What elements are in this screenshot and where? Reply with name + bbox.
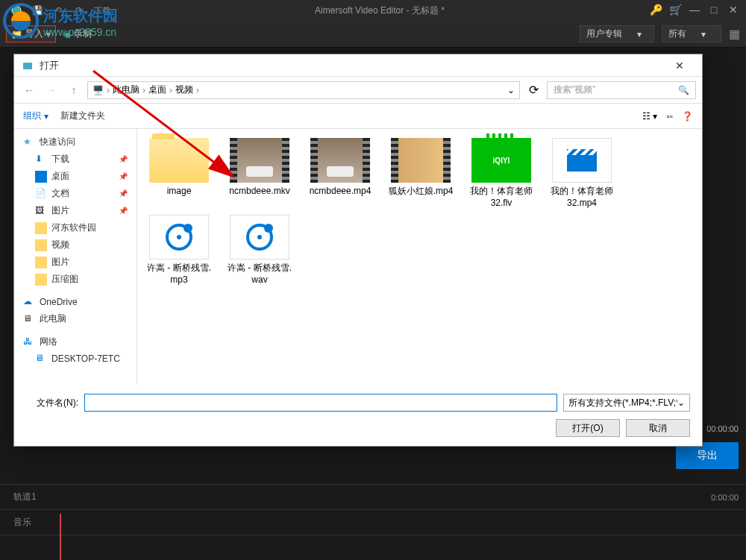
file-item-audio[interactable]: 许嵩 - 断桥残雪.wav [227,215,292,286]
folder-icon [35,274,47,286]
dialog-icon [22,60,34,72]
undo-icon[interactable]: ↶ [51,3,66,18]
onedrive-icon: ☁ [23,296,35,308]
dialog-titlebar: 打开 ✕ [14,54,702,77]
filename-input[interactable] [84,394,557,412]
app-toolbar: 📁 导入 ▾ ◉ 录制 用户专辑▾ 所有▾ ▦ [0,21,746,48]
preview-pane-button[interactable]: ▫▫ [666,111,673,122]
search-input[interactable]: 搜索"视频" 🔍 [547,81,696,99]
dialog-sidebar: ★ 快速访问 ⬇ 下载📌 桌面📌 📄 文档📌 🖼 图片📌 [14,129,137,385]
dialog-body: ★ 快速访问 ⬇ 下载📌 桌面📌 📄 文档📌 🖼 图片📌 [14,129,702,385]
timeline-track[interactable]: 轨道1 [0,484,746,509]
timeline-track-empty[interactable] [0,535,746,560]
timeline-track-music[interactable]: 音乐 [0,509,746,535]
app-titlebar: 💾 ↶ ↷ 下载 Aimersoft Video Editor - 无标题 * … [0,0,746,21]
cancel-button[interactable]: 取消 [626,419,690,437]
sidebar-pictures2[interactable]: 图片 [14,254,137,271]
video-thumbnail [391,138,451,183]
folder-icon [149,138,209,183]
document-icon: 📄 [35,188,47,200]
maximize-button[interactable]: □ [707,4,721,17]
sidebar-downloads[interactable]: ⬇ 下载📌 [14,151,137,168]
sidebar-network[interactable]: 🖧 网络 [14,333,137,350]
redo-icon[interactable]: ↷ [72,3,87,18]
network-icon: 🖧 [23,336,35,348]
chevron-down-icon[interactable]: ⌄ [507,85,515,95]
sidebar-quick-access[interactable]: ★ 快速访问 [14,133,137,151]
sidebar-desktop[interactable]: 桌面📌 [14,168,137,185]
mp4-icon [552,138,612,183]
app-title: Aimersoft Video Editor - 无标题 * [110,4,649,17]
dialog-toolbar: 组织 ▾ 新建文件夹 ☷ ▾ ▫▫ ❓ [14,104,702,129]
sidebar-documents[interactable]: 📄 文档📌 [14,185,137,202]
sidebar-hedong[interactable]: 河东软件园 [14,219,137,236]
search-icon: 🔍 [678,85,689,95]
monitor-icon: 🖥 [35,353,47,365]
pc-icon: 🖥 [23,313,35,325]
file-item-video[interactable]: 狐妖小红娘.mp4 [388,138,454,209]
svg-rect-4 [23,63,32,69]
sidebar-archive[interactable]: 压缩图 [14,271,137,288]
download-label[interactable]: 下载 [94,5,110,16]
video-thumbnail [310,138,370,183]
audio-icon [149,215,209,259]
file-item-mp4[interactable]: 我的！体育老师32.mp4 [549,138,615,209]
video-thumbnail [230,138,289,183]
audio-icon [230,215,289,259]
svg-point-0 [12,6,21,15]
view-mode-button[interactable]: ☷ ▾ [642,111,657,122]
pc-icon: 🖥️ [93,85,104,95]
time-display: 00:00:00 [706,424,739,433]
filename-label: 文件名(N): [26,397,78,409]
refresh-button[interactable]: ⟳ [524,81,542,99]
sidebar-desktop-pc[interactable]: 🖥 DESKTOP-7ETC [14,350,137,367]
file-item-video[interactable]: ncmbdeee.mp4 [307,138,373,209]
nav-forward-button[interactable]: → [43,81,60,99]
sidebar-this-pc[interactable]: 🖥 此电脑 [14,310,137,327]
sidebar-pictures[interactable]: 🖼 图片📌 [14,202,137,219]
file-list: image ncmbdeee.mkv ncmbdeee.mp4 狐妖小红娘.mp… [137,129,702,385]
dialog-footer: 文件名(N): 所有支持文件(*.MP4;*.FLV;*.AV ⌄ 打开(O) … [14,385,702,446]
key-icon[interactable]: 🔑 [649,4,662,17]
breadcrumb[interactable]: 🖥️ › 此电脑 › 桌面 › 视频 › ⌄ [87,81,520,99]
new-folder-button[interactable]: 新建文件夹 [60,110,105,122]
app-icon [9,3,24,18]
minimize-button[interactable]: — [688,4,701,17]
download-icon: ⬇ [35,154,47,166]
nav-back-button[interactable]: ← [20,81,38,99]
close-button[interactable]: ✕ [727,4,740,17]
folder-icon [35,257,47,268]
dialog-close-button[interactable]: ✕ [665,60,695,72]
nav-up-button[interactable]: ↑ [65,81,83,99]
iqiyi-icon: iQIYI [471,138,531,183]
folder-icon: 📁 [11,29,22,40]
organize-button[interactable]: 组织 ▾ [23,110,48,122]
file-item-folder[interactable]: image [146,138,212,209]
dialog-title: 打开 [40,59,665,72]
sidebar-onedrive[interactable]: ☁ OneDrive [14,294,137,310]
chevron-down-icon: ▾ [46,29,51,40]
file-item-video[interactable]: ncmbdeee.mkv [227,138,292,209]
cart-icon[interactable]: 🛒 [668,4,682,17]
file-item-audio[interactable]: 许嵩 - 断桥残雪.mp3 [146,215,212,286]
picture-icon: 🖼 [35,205,47,217]
open-button[interactable]: 打开(O) [556,419,620,437]
grid-view-icon[interactable]: ▦ [729,27,740,41]
record-icon: ◉ [63,29,71,40]
file-open-dialog: 打开 ✕ ← → ↑ 🖥️ › 此电脑 › 桌面 › 视频 › ⌄ ⟳ 搜索"视… [13,54,703,447]
folder-icon [35,222,47,234]
sidebar-videos[interactable]: 视频 [14,236,137,254]
save-icon[interactable]: 💾 [30,3,45,18]
record-button[interactable]: ◉ 录制 [63,28,92,40]
playhead[interactable] [60,514,61,560]
dialog-nav: ← → ↑ 🖥️ › 此电脑 › 桌面 › 视频 › ⌄ ⟳ 搜索"视频" 🔍 [14,77,702,104]
import-button[interactable]: 📁 导入 ▾ [6,25,56,43]
file-filter-combo[interactable]: 所有支持文件(*.MP4;*.FLV;*.AV ⌄ [563,394,690,412]
file-item-flv[interactable]: iQIYI 我的！体育老师32.flv [468,138,534,209]
preset-combo[interactable]: 用户专辑▾ [580,25,654,43]
star-icon: ★ [23,136,35,148]
folder-icon [35,239,47,251]
desktop-icon [35,171,47,183]
help-button[interactable]: ❓ [682,111,693,122]
filter-combo[interactable]: 所有▾ [662,25,721,43]
